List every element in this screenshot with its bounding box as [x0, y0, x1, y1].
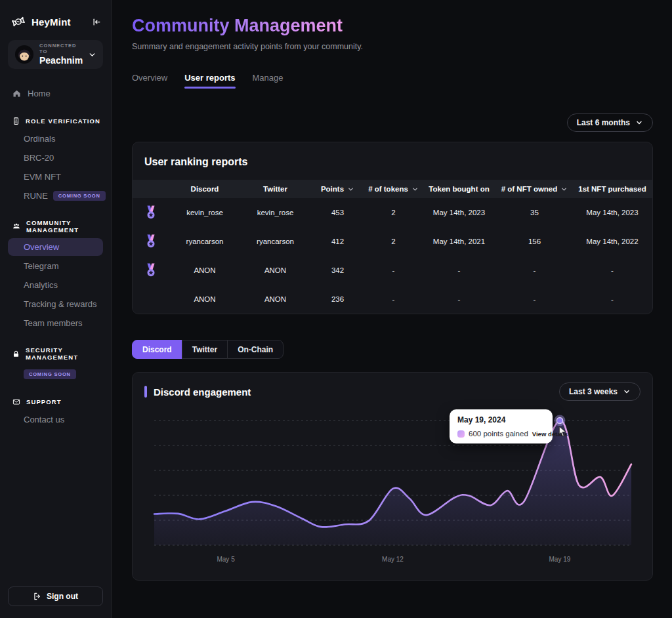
people-icon — [12, 222, 21, 231]
area-fill — [154, 421, 631, 545]
sidebar-item-home[interactable]: Home — [8, 85, 103, 102]
column-label: # of tokens — [368, 185, 408, 193]
tab-bar: OverviewUser reportsManage — [132, 73, 653, 89]
table-cell: 236 — [310, 295, 366, 303]
sidebar-item-ordinals[interactable]: Ordinals — [8, 130, 103, 148]
table-row: kevin_rosekevin_rose4532May 14th, 202335… — [133, 198, 652, 227]
x-tick-label: May 19 — [549, 556, 571, 563]
table-range-dropdown[interactable]: Last 6 months — [567, 113, 653, 132]
sidebar-item-tracking-rewards[interactable]: Tracking & rewards — [8, 295, 103, 313]
sidebar-item-telegram[interactable]: Telegram — [8, 257, 103, 275]
table-cell: May 14th, 2022 — [572, 237, 652, 245]
sidebar-item-brc-20[interactable]: BRC-20 — [8, 149, 103, 167]
sidebar-item-label: Tracking & rewards — [24, 299, 97, 309]
table-body: kevin_rosekevin_rose4532May 14th, 202335… — [133, 198, 652, 314]
chevron-down-icon — [635, 119, 643, 127]
chart-tooltip: May 19, 2024 600 points gained View deta… — [450, 409, 553, 443]
sidebar-item-label: Team members — [24, 318, 83, 328]
table-cell: - — [497, 295, 572, 303]
sidebar: HeyMint CONNECTED TO Peachnim — [0, 0, 112, 618]
sidebar-item-overview[interactable]: Overview — [8, 238, 103, 256]
table-cell: - — [366, 266, 421, 274]
table-cell: ANON — [169, 295, 241, 303]
table-cell: May 14th, 2023 — [572, 209, 652, 216]
collapse-sidebar-icon[interactable] — [92, 17, 102, 27]
sort-chevron-icon[interactable] — [411, 186, 419, 193]
nav-section-title: ROLE VERIFICATION — [26, 117, 100, 125]
column-label: Points — [321, 185, 344, 193]
mail-icon — [12, 398, 21, 406]
column-header--of-tokens[interactable]: # of tokens — [366, 185, 421, 193]
connected-project-selector[interactable]: CONNECTED TO Peachnim — [8, 40, 103, 69]
table-cell: 2 — [366, 237, 421, 245]
sidebar-item-analytics[interactable]: Analytics — [8, 276, 103, 294]
tab-manage[interactable]: Manage — [253, 73, 284, 89]
toggle-on-chain[interactable]: On-Chain — [227, 340, 284, 359]
nav-section-header: SECURITY MANAGEMENT — [8, 343, 103, 364]
tab-user-reports[interactable]: User reports — [184, 73, 235, 89]
x-tick-label: May 5 — [217, 556, 235, 563]
sidebar-item-label: EVM NFT — [24, 172, 61, 182]
chart-source-toggle: DiscordTwitterOn-Chain — [132, 340, 653, 359]
toggle-twitter[interactable]: Twitter — [182, 340, 228, 359]
sort-chevron-icon[interactable] — [347, 186, 354, 193]
column-header--of-nft-owned[interactable]: # of NFT owned — [497, 185, 572, 193]
table-cell: - — [421, 295, 497, 303]
nav-section-community-management: COMMUNITY MANAGEMENTOverviewTelegramAnal… — [8, 216, 103, 332]
page-subtitle: Summary and engagement activity points f… — [132, 42, 653, 51]
sign-out-label: Sign out — [47, 592, 78, 601]
column-header-points[interactable]: Points — [310, 185, 366, 193]
chart-range-label: Last 3 weeks — [569, 387, 618, 396]
table-cell: 342 — [310, 266, 366, 274]
toggle-discord[interactable]: Discord — [132, 340, 182, 359]
column-label: Twitter — [263, 185, 287, 193]
sidebar-item-evm-nft[interactable]: EVM NFT — [8, 168, 103, 186]
table-row: ANONANON342---- — [133, 256, 652, 285]
sidebar-item-contact-us[interactable]: Contact us — [8, 411, 103, 428]
medal-icon — [133, 234, 169, 249]
highlighted-point[interactable] — [554, 415, 565, 426]
coming-soon-badge: COMING SOON — [53, 191, 106, 201]
user-ranking-card: User ranking reports DiscordTwitterPoint… — [132, 142, 653, 314]
tab-overview[interactable]: Overview — [132, 73, 167, 89]
sidebar-item-label: Overview — [24, 242, 59, 252]
sign-out-button[interactable]: Sign out — [8, 587, 103, 606]
nav-section-header: ROLE VERIFICATION — [8, 113, 103, 129]
chevron-down-icon — [88, 51, 96, 59]
sidebar-item-label: Telegram — [24, 261, 58, 271]
nav-section-support: SUPPORTContact us — [8, 394, 103, 428]
brand-name: HeyMint — [32, 16, 71, 28]
sidebar-item-label: RUNE — [24, 191, 48, 201]
sidebar-item-team-members[interactable]: Team members — [8, 314, 103, 332]
view-details-link[interactable]: View details → — [532, 430, 576, 438]
table-cell: 412 — [310, 237, 366, 245]
table-cell: ryancarson — [169, 237, 241, 245]
medal-icon — [133, 262, 169, 278]
nav-section-title: COMMUNITY MANAGEMENT — [26, 219, 103, 234]
connected-project-name: Peachnim — [39, 55, 83, 67]
table-cell: ANON — [169, 266, 241, 274]
lock-icon — [12, 350, 20, 358]
chart-range-dropdown[interactable]: Last 3 weeks — [559, 382, 640, 401]
table-header: DiscordTwitterPoints# of tokensToken bou… — [133, 180, 652, 198]
main-content: Community Management Summary and engagem… — [112, 0, 672, 618]
sort-chevron-icon[interactable] — [560, 186, 568, 193]
table-cell: May 14th, 2023 — [421, 209, 497, 216]
chart-title: Discord engagement — [154, 386, 251, 398]
engagement-card: Discord engagement Last 3 weeks May 5May… — [132, 372, 653, 581]
sign-out-icon — [33, 592, 42, 601]
column-header-token-bought-on: Token bought on — [421, 185, 497, 193]
table-cell: - — [421, 266, 497, 274]
page-title: Community Management — [132, 16, 343, 36]
nav-section-header: COMMUNITY MANAGEMENT — [8, 216, 103, 237]
table-cell: 2 — [366, 209, 421, 216]
connected-to-label: CONNECTED TO — [39, 43, 83, 55]
sidebar-item-rune[interactable]: RUNECOMING SOON — [8, 187, 103, 205]
avatar — [14, 45, 34, 64]
table-title: User ranking reports — [133, 142, 652, 180]
table-cell: - — [366, 295, 421, 303]
sidebar-item-label: BRC-20 — [24, 153, 54, 163]
coming-soon-badge: COMING SOON — [24, 369, 76, 379]
table-cell: 35 — [497, 209, 572, 216]
x-tick-label: May 12 — [382, 556, 404, 563]
